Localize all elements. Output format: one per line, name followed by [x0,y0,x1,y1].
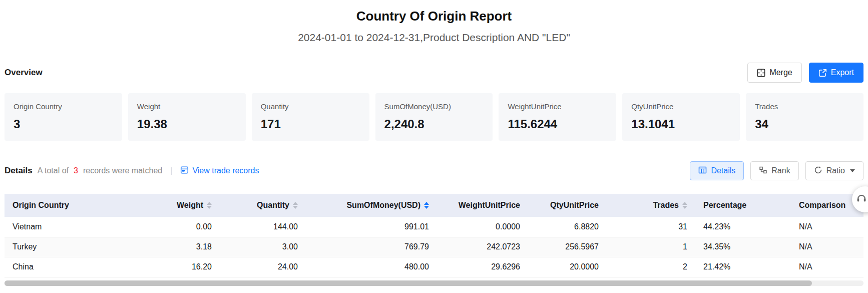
cell-quantity: 144.00 [220,217,306,237]
cell-percentage: 44.23% [695,217,791,237]
cell-weight-unit-price: 29.6296 [437,257,528,277]
details-view-button[interactable]: Details [690,161,744,180]
cell-qty-unit-price: 6.8820 [528,217,607,237]
sort-icon[interactable] [293,202,298,209]
toolbar-actions: Merge Export [747,63,863,83]
table-icon [698,166,707,176]
cell-percentage: 21.42% [695,257,791,277]
stat-label: SumOfMoney(USD) [384,102,484,112]
table-row-china[interactable]: China 16.20 24.00 480.00 29.6296 20.0000… [5,257,863,277]
stat-label: QtyUnitPrice [631,102,731,112]
col-label: Weight [177,201,203,210]
cell-trades: 31 [607,217,695,237]
horizontal-scrollbar-thumb[interactable] [5,280,812,286]
merge-button-label: Merge [769,68,792,77]
page-title: Country Of Origin Report [5,7,863,25]
stat-label: Weight [137,102,237,112]
overview-toolbar: Overview Merge Export [5,62,863,83]
cell-quantity: 24.00 [220,257,306,277]
stat-card-weight-unit-price: WeightUnitPrice 115.6244 [499,93,616,141]
table-row-turkey[interactable]: Turkey 3.18 3.00 769.79 242.0723 256.596… [5,237,863,257]
horizontal-scrollbar[interactable] [5,280,863,286]
cell-qty-unit-price: 20.0000 [528,257,607,277]
stat-value: 3 [14,117,113,132]
details-table: Origin Country Weight Quantity SumOfMone… [5,194,863,277]
cell-qty-unit-price: 256.5967 [528,237,607,257]
overview-cards: Origin Country 3 Weight 19.38 Quantity 1… [5,93,863,141]
cell-weight-unit-price: 0.0000 [437,217,528,237]
sort-icon[interactable] [682,202,687,209]
cell-percentage: 34.35% [695,237,791,257]
details-heading: Details [5,166,33,176]
sort-icon[interactable] [207,202,212,209]
stat-label: Quantity [261,102,360,112]
matched-count: 3 [74,166,78,175]
cell-origin-country: Vietnam [5,217,136,237]
ratio-view-button[interactable]: Ratio [805,161,863,180]
cell-sum-of-money: 769.79 [306,237,437,257]
stat-card-quantity: Quantity 171 [252,93,369,141]
stat-value: 13.1041 [631,117,731,132]
export-icon [818,69,827,77]
stat-card-qty-unit-price: QtyUnitPrice 13.1041 [622,93,740,141]
stat-value: 115.6244 [508,117,607,132]
stat-label: Origin Country [14,102,113,112]
cell-weight: 0.00 [136,217,220,237]
col-label: Comparison [799,201,845,210]
rank-view-label: Rank [771,166,790,175]
view-trade-records-link[interactable]: View trade records [180,166,259,176]
cell-weight: 16.20 [136,257,220,277]
merge-icon [757,69,765,77]
stat-card-weight: Weight 19.38 [128,93,246,141]
cell-trades: 1 [607,237,695,257]
stat-card-sum-of-money: SumOfMoney(USD) 2,240.8 [375,93,493,141]
chevron-down-icon [850,169,855,172]
export-button-label: Export [831,68,854,77]
headset-icon [855,192,867,206]
cell-sum-of-money: 480.00 [306,257,437,277]
stat-label: Trades [755,102,854,112]
country-of-origin-report-page: Country Of Origin Report 2024-01-01 to 2… [0,0,868,293]
rank-icon [759,166,767,176]
col-label: Origin Country [13,201,69,210]
col-label: Trades [653,201,679,210]
cell-origin-country: China [5,257,136,277]
col-label: WeightUnitPrice [459,201,520,210]
col-label: Percentage [703,201,746,210]
cell-weight: 3.18 [136,237,220,257]
col-header-quantity[interactable]: Quantity [220,194,306,217]
ratio-icon [814,166,822,176]
details-toolbar: Details A total of 3 records were matche… [5,161,863,181]
summary-prefix: A total of [38,166,69,175]
col-header-weight[interactable]: Weight [136,194,220,217]
col-header-qty-unit-price: QtyUnitPrice [528,194,607,217]
merge-button[interactable]: Merge [747,63,801,83]
table-row-vietnam[interactable]: Vietnam 0.00 144.00 991.01 0.0000 6.8820… [5,217,863,237]
col-header-percentage: Percentage [695,194,791,217]
export-button[interactable]: Export [809,63,863,83]
cell-comparison: N/A [791,257,863,277]
stat-value: 2,240.8 [384,117,484,132]
details-summary: Details A total of 3 records were matche… [5,166,259,176]
report-header: Country Of Origin Report 2024-01-01 to 2… [5,7,863,45]
cell-origin-country: Turkey [5,237,136,257]
col-header-origin-country: Origin Country [5,194,136,217]
ratio-view-label: Ratio [826,166,845,175]
view-switch: Details Rank Ratio [690,161,863,180]
rank-view-button[interactable]: Rank [750,161,798,180]
col-header-trades[interactable]: Trades [607,194,695,217]
col-label: SumOfMoney(USD) [346,201,420,210]
col-label: Quantity [257,201,289,210]
cell-quantity: 3.00 [220,237,306,257]
page-subtitle: 2024-01-01 to 2024-12-31,Product Descrip… [5,30,863,45]
col-header-sum-of-money[interactable]: SumOfMoney(USD) [306,194,437,217]
stat-card-trades: Trades 34 [746,93,863,141]
col-header-weight-unit-price: WeightUnitPrice [437,194,528,217]
stat-value: 171 [261,117,360,132]
table-header-row: Origin Country Weight Quantity SumOfMone… [5,194,863,217]
summary-suffix: records were matched [83,166,162,175]
stat-value: 34 [755,117,854,132]
cell-weight-unit-price: 242.0723 [437,237,528,257]
sort-icon-active[interactable] [424,202,429,209]
details-view-label: Details [711,166,735,175]
